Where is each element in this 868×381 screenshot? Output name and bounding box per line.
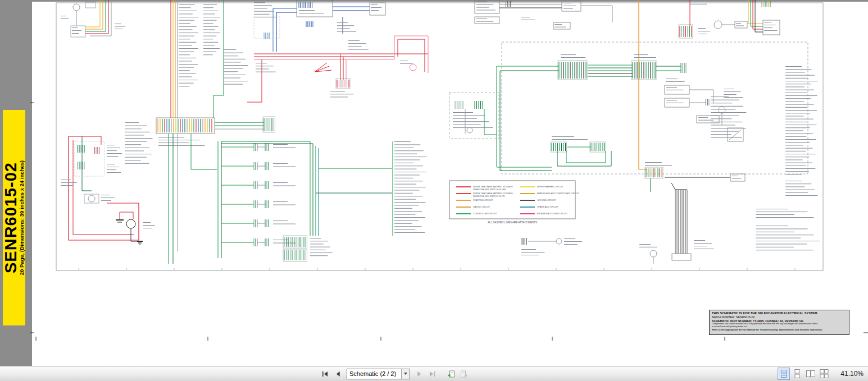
two-page-continuous-view-button[interactable] <box>818 368 830 380</box>
application-window: WIRES THAT HAVE BATTERY VOLTAGEWHEN THE … <box>0 0 868 381</box>
info-part-number: SCHEMATIC PART NUMBER: 7Y-3905, CHANGE: … <box>712 319 847 323</box>
previous-page-icon <box>335 371 341 377</box>
two-page-view-button[interactable] <box>805 368 817 380</box>
next-view-button[interactable] <box>458 368 470 379</box>
next-view-icon <box>460 370 468 378</box>
page-select-dropdown[interactable]: Schematic (2 / 2) <box>347 369 410 379</box>
last-page-icon <box>429 371 435 377</box>
single-page-view-icon <box>779 369 788 378</box>
viewer-toolbar: Schematic (2 / 2) <box>0 366 868 381</box>
document-label-banner: SENR6015-02 20 Page, (Dimensions: 39 inc… <box>3 110 25 325</box>
first-page-icon <box>322 371 328 377</box>
info-refer-note: Refer to the appropriate Service Manual … <box>712 328 847 331</box>
two-page-continuous-view-icon <box>820 369 829 378</box>
previous-page-button[interactable] <box>332 368 343 379</box>
banner-title: SENR6015-02 <box>3 162 19 273</box>
schematic-info-box: THIS SCHEMATIC IS FOR THE 320 EXCAVATOR … <box>709 310 849 335</box>
first-page-button[interactable] <box>319 368 330 379</box>
two-page-view-icon <box>806 369 815 378</box>
single-page-view-button[interactable] <box>778 368 790 380</box>
view-controls: 41.10% <box>778 366 864 381</box>
previous-view-button[interactable] <box>446 368 457 379</box>
page-select-value: Schematic (2 / 2) <box>347 370 401 377</box>
info-media-number: MEDIA NUMBER: SENR6015-02 <box>712 315 847 319</box>
zoom-level: 41.10% <box>840 370 864 378</box>
continuous-view-button[interactable] <box>791 368 803 380</box>
chevron-down-icon <box>401 369 410 379</box>
document-canvas: WIRES THAT HAVE BATTERY VOLTAGEWHEN THE … <box>0 0 868 366</box>
next-page-button[interactable] <box>413 368 425 379</box>
banner-subtitle: 20 Page, (Dimensions: 39 inches x 24 inc… <box>19 160 25 275</box>
last-page-button[interactable] <box>426 368 438 379</box>
info-title: THIS SCHEMATIC IS FOR THE 320 EXCAVATOR … <box>712 311 847 315</box>
continuous-view-icon <box>793 369 802 378</box>
page-navigation-controls: Schematic (2 / 2) <box>319 366 470 381</box>
next-page-icon <box>416 371 422 377</box>
banner-rotated-text: SENR6015-02 20 Page, (Dimensions: 39 inc… <box>3 110 25 325</box>
previous-view-icon <box>447 370 455 378</box>
